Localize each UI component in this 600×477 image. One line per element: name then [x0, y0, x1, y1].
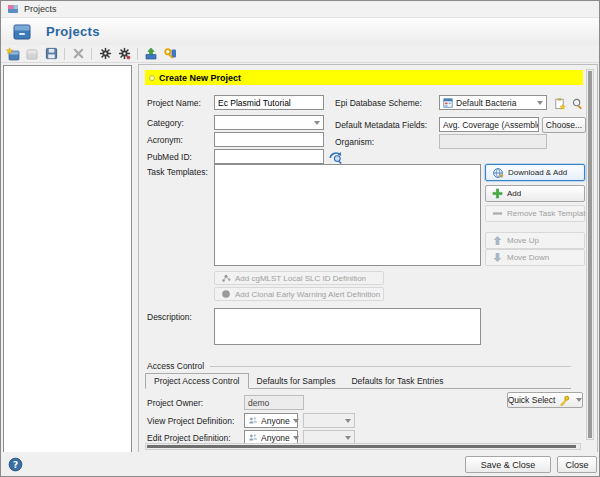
chevron-down-icon: [576, 398, 582, 402]
delete-icon: [70, 46, 86, 62]
tab-project-access-control[interactable]: Project Access Control: [145, 373, 249, 389]
create-new-project-banner: Create New Project: [145, 70, 583, 85]
minus-icon: [492, 208, 503, 219]
arrow-up-icon: [492, 235, 503, 246]
project-owner-label: Project Owner:: [147, 398, 203, 408]
project-name-input[interactable]: [214, 95, 324, 110]
organism-input: [439, 134, 547, 149]
remove-task-template-button: Remove Task Template: [485, 205, 585, 222]
default-metadata-fields-label: Default Metadata Fields:: [335, 120, 427, 130]
description-label: Description:: [147, 312, 192, 322]
banner-label: Create New Project: [159, 73, 241, 83]
download-globe-icon: [492, 167, 504, 179]
tools-gear-icon[interactable]: [116, 46, 132, 62]
new-project-icon[interactable]: [5, 46, 21, 62]
settings-gear-icon[interactable]: [97, 46, 113, 62]
search-scheme-icon[interactable]: [569, 95, 585, 111]
description-textarea[interactable]: [214, 308, 481, 345]
title-bar[interactable]: Projects: [1, 1, 599, 18]
move-down-button: Move Down: [485, 249, 585, 266]
pubmed-id-label: PubMed ID:: [147, 152, 192, 162]
cluster-icon: [221, 273, 231, 283]
edit-project-definition-value: Anyone: [261, 433, 290, 443]
window-title: Projects: [24, 4, 57, 14]
default-metadata-fields-value: Avg. Coverage (Assembled), Approximated …: [439, 117, 539, 132]
banner-bullet-icon: [149, 75, 155, 81]
import-upload-icon[interactable]: [143, 46, 159, 62]
create-project-panel: Create New Project Project Name: Categor…: [138, 64, 598, 453]
access-control-tabs: Project Access Control Defaults for Samp…: [145, 373, 571, 389]
epi-database-scheme-label: Epi Database Scheme:: [335, 98, 422, 108]
tab-defaults-for-task-entries[interactable]: Defaults for Task Entries: [343, 374, 451, 388]
help-icon[interactable]: ?: [7, 456, 23, 472]
view-project-definition-extra-select: [303, 413, 355, 428]
toolbar: [1, 45, 599, 63]
choose-metadata-button[interactable]: Choose...: [542, 117, 586, 133]
alert-circle-icon: [221, 289, 231, 299]
plus-icon: [492, 188, 503, 199]
save-and-close-button[interactable]: Save & Close: [465, 456, 551, 473]
chevron-down-icon: [345, 436, 351, 440]
group-people-icon: [248, 416, 258, 426]
arrow-down-icon: [492, 252, 503, 263]
tab-defaults-for-samples[interactable]: Defaults for Samples: [249, 374, 344, 388]
add-clonal-alert-button: Add Clonal Early Warning Alert Definitio…: [214, 287, 384, 301]
save-icon[interactable]: [43, 46, 59, 62]
organism-label: Organism:: [335, 137, 374, 147]
category-select[interactable]: [214, 115, 324, 130]
quick-select-button[interactable]: Quick Select: [507, 392, 583, 408]
move-up-button: Move Up: [485, 232, 585, 249]
projects-list[interactable]: [3, 65, 132, 453]
acronym-input[interactable]: [214, 132, 324, 147]
key-icon: [559, 395, 570, 406]
horizontal-scrollbar-thumb[interactable]: [147, 445, 576, 448]
pubmed-fetch-icon[interactable]: [328, 149, 344, 165]
view-project-definition-value: Anyone: [261, 416, 290, 426]
close-button[interactable]: Close: [557, 456, 597, 473]
task-templates-list[interactable]: [214, 164, 481, 266]
category-label: Category:: [147, 118, 184, 128]
view-project-definition-select[interactable]: Anyone: [244, 413, 298, 428]
group-people-icon: [248, 433, 258, 443]
vertical-scrollbar-thumb[interactable]: [588, 71, 592, 438]
permissions-key-icon[interactable]: [162, 46, 178, 62]
chevron-down-icon: [293, 419, 299, 423]
add-task-template-button[interactable]: Add: [485, 185, 585, 202]
access-control-group: Access Control: [147, 361, 571, 371]
scheme-table-icon: [443, 98, 453, 108]
chevron-down-icon: [537, 101, 543, 105]
duplicate-project-icon: [24, 46, 40, 62]
projects-window-icon: [7, 3, 19, 15]
chevron-down-icon: [293, 436, 299, 440]
horizontal-scrollbar[interactable]: [145, 443, 581, 450]
epi-database-scheme-value: Default Bacteria: [456, 98, 516, 108]
group-divider: [210, 366, 571, 367]
projects-dialog: Projects Projects: [0, 0, 600, 477]
dialog-footer: ? Save & Close Close: [1, 452, 599, 476]
page-title: Projects: [46, 24, 100, 39]
chevron-down-icon: [345, 419, 351, 423]
download-and-add-button[interactable]: Download & Add: [485, 164, 585, 181]
chevron-down-icon: [314, 121, 320, 125]
edit-project-definition-label: Edit Project Definition:: [147, 433, 231, 443]
projects-header-icon: [11, 21, 33, 43]
toolbar-separator: [91, 48, 92, 60]
svg-text:?: ?: [12, 459, 17, 469]
page-header: Projects: [1, 18, 599, 45]
toolbar-separator: [137, 48, 138, 60]
project-name-label: Project Name:: [147, 98, 201, 108]
task-templates-label: Task Templates:: [147, 167, 208, 177]
pubmed-id-input[interactable]: [214, 149, 324, 164]
acronym-label: Acronym:: [147, 135, 183, 145]
edit-scheme-icon[interactable]: [551, 95, 567, 111]
add-cgmlst-slc-button: Add cgMLST Local SLC ID Definition: [214, 271, 384, 285]
epi-database-scheme-select[interactable]: Default Bacteria: [439, 95, 547, 110]
vertical-scrollbar[interactable]: [586, 69, 594, 440]
view-project-definition-label: View Project Definition:: [147, 416, 234, 426]
project-owner-field: [244, 395, 304, 410]
access-control-label: Access Control: [147, 361, 204, 371]
toolbar-separator: [64, 48, 65, 60]
